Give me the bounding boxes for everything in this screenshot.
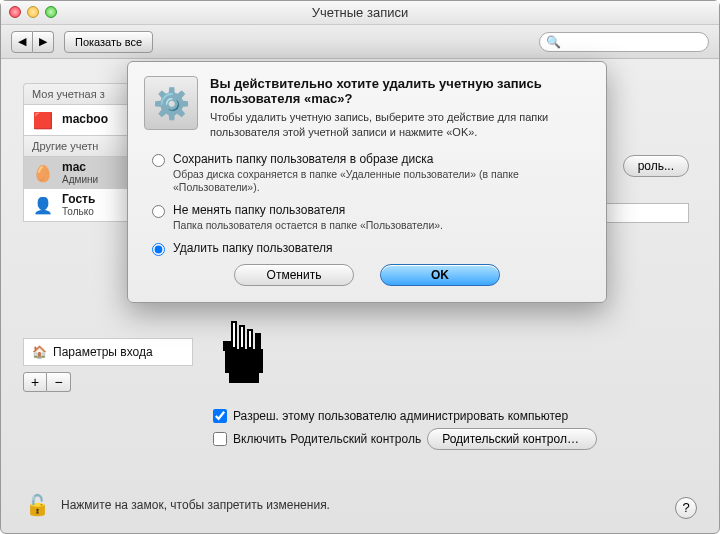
gear-icon: ⚙️ — [144, 76, 198, 130]
option-sub: Образ диска сохраняется в папке «Удаленн… — [173, 168, 590, 195]
ok-button[interactable]: OK — [380, 264, 500, 286]
allow-admin-row[interactable]: Разреш. этому пользователю администриров… — [213, 409, 697, 423]
lock-open-icon: 🔓 — [23, 491, 51, 519]
search-field[interactable]: 🔍 — [539, 32, 709, 52]
user-name: mac — [62, 161, 98, 174]
option-label: Сохранить папку пользователя в образе ди… — [173, 152, 590, 166]
delete-user-dialog: ⚙️ Вы действительно хотите удалить учетн… — [127, 61, 607, 303]
add-remove-buttons: + − — [23, 372, 193, 392]
back-button[interactable]: ◀ — [11, 31, 33, 53]
window-title: Учетные записи — [1, 1, 719, 25]
parental-checkbox[interactable] — [213, 432, 227, 446]
parental-controls-button[interactable]: Родительский контроль... — [427, 428, 597, 450]
parental-row: Включить Родительский контроль Родительс… — [213, 428, 697, 450]
search-icon: 🔍 — [546, 35, 561, 49]
search-input[interactable] — [565, 36, 702, 48]
house-icon: 🏠 — [32, 345, 47, 359]
option-save-disk-image[interactable]: Сохранить папку пользователя в образе ди… — [152, 152, 590, 195]
nav-buttons: ◀ ▶ — [11, 31, 54, 53]
help-button[interactable]: ? — [675, 497, 697, 519]
option-delete-folder[interactable]: Удалить папку пользователя — [152, 241, 590, 256]
user-name: macboo — [62, 113, 108, 126]
login-options-row[interactable]: 🏠 Параметры входа — [23, 338, 193, 366]
option-label: Не менять папку пользователя — [173, 203, 443, 217]
lock-text: Нажмите на замок, чтобы запретить измене… — [61, 498, 330, 512]
toolbar: ◀ ▶ Показать все 🔍 — [1, 25, 719, 59]
show-all-button[interactable]: Показать все — [64, 31, 153, 53]
guest-silhouette-icon: 👤 — [30, 194, 56, 216]
allow-admin-checkbox[interactable] — [213, 409, 227, 423]
zoom-icon[interactable] — [45, 6, 57, 18]
radio-save-image[interactable] — [152, 154, 165, 167]
prefs-window: Учетные записи ◀ ▶ Показать все 🔍 Моя уч… — [0, 0, 720, 534]
traffic-lights — [9, 6, 57, 18]
cancel-button[interactable]: Отменить — [234, 264, 354, 286]
add-user-button[interactable]: + — [23, 372, 47, 392]
titlebar: Учетные записи — [1, 1, 719, 25]
radio-keep-folder[interactable] — [152, 205, 165, 218]
user-role: Админи — [62, 174, 98, 185]
user-role: Только — [62, 206, 95, 217]
option-sub: Папка пользователя остается в папке «Пол… — [173, 219, 443, 233]
user-name: Гость — [62, 193, 95, 206]
login-options-label: Параметры входа — [53, 345, 153, 359]
option-label: Удалить папку пользователя — [173, 241, 333, 255]
forward-button[interactable]: ▶ — [33, 31, 54, 53]
user-avatar-icon: 🥚 — [30, 162, 56, 184]
close-icon[interactable] — [9, 6, 21, 18]
user-avatar-icon: 🟥 — [30, 109, 56, 131]
option-keep-folder[interactable]: Не менять папку пользователя Папка польз… — [152, 203, 590, 233]
obscured-button[interactable]: роль... — [623, 155, 689, 177]
dialog-description: Чтобы удалить учетную запись, выберите э… — [210, 110, 590, 140]
allow-admin-label: Разреш. этому пользователю администриров… — [233, 409, 568, 423]
parental-label: Включить Родительский контроль — [233, 432, 421, 446]
dialog-title: Вы действительно хотите удалить учетную … — [210, 76, 590, 106]
minimize-icon[interactable] — [27, 6, 39, 18]
remove-user-button[interactable]: − — [47, 372, 71, 392]
radio-delete-folder[interactable] — [152, 243, 165, 256]
lock-row[interactable]: 🔓 Нажмите на замок, чтобы запретить изме… — [23, 491, 330, 519]
